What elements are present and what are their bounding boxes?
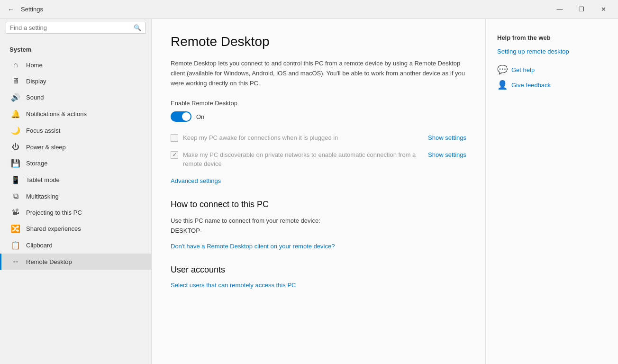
no-client-link[interactable]: Don't have a Remote Desktop client on yo… [171,243,335,250]
toggle-state-text: On [196,113,204,120]
give-feedback-text[interactable]: Give feedback [511,82,551,89]
give-feedback-row[interactable]: 👤 Give feedback [497,80,607,90]
close-button[interactable]: ✕ [592,0,614,19]
back-button[interactable]: ← [4,2,18,17]
sidebar-label-tablet: Tablet mode [26,176,60,183]
sound-icon: 🔊 [11,93,20,102]
show-settings-link-1[interactable]: Show settings [428,133,466,141]
check-mark: ✓ [173,152,177,158]
window-controls: — ❐ ✕ [549,0,614,19]
page-description: Remote Desktop lets you connect to and c… [171,59,466,88]
sidebar-label-display: Display [26,78,46,85]
maximize-button[interactable]: ❐ [571,0,592,19]
app-body: 🔍 System ⌂ Home 🖥 Display 🔊 Sound 🔔 Noti… [0,19,618,364]
pc-name: DESKTOP- [171,227,466,234]
sidebar-item-clipboard[interactable]: 📋 Clipboard [0,237,151,254]
focus-icon: 🌙 [11,126,20,135]
sidebar-label-shared: Shared experiences [26,225,81,232]
sidebar-label-home: Home [26,62,43,69]
sidebar-item-shared[interactable]: 🔀 Shared experiences [0,220,151,237]
checkbox-row-2: ✓ Make my PC discoverable on private net… [171,150,466,169]
search-box[interactable]: 🔍 [6,22,145,34]
sidebar: 🔍 System ⌂ Home 🖥 Display 🔊 Sound 🔔 Noti… [0,19,152,364]
power-icon: ⏻ [11,143,20,151]
sidebar-item-display[interactable]: 🖥 Display [0,73,151,89]
sidebar-label-focus: Focus assist [26,127,60,134]
main-content: Remote Desktop Remote Desktop lets you c… [152,19,485,364]
sidebar-label-storage: Storage [26,160,48,167]
nav-list: ⌂ Home 🖥 Display 🔊 Sound 🔔 Notifications… [0,57,151,270]
help-link-remote[interactable]: Setting up remote desktop [497,48,607,55]
sidebar-item-remote[interactable]: ↔ Remote Desktop [0,254,151,270]
sidebar-label-clipboard: Clipboard [26,242,53,249]
get-help-icon: 💬 [497,64,508,75]
sidebar-item-tablet[interactable]: 📱 Tablet mode [0,172,151,188]
sidebar-item-sound[interactable]: 🔊 Sound [0,89,151,106]
remote-desktop-toggle[interactable] [171,111,191,122]
sidebar-label-projecting: Projecting to this PC [26,209,82,216]
enable-label: Enable Remote Desktop [171,100,466,107]
checkbox-discoverable[interactable]: ✓ [171,151,178,159]
page-title: Remote Desktop [171,34,466,49]
notifications-icon: 🔔 [11,109,20,118]
checkbox-awake[interactable] [171,134,178,142]
checkbox-row-1: Keep my PC awake for connections when it… [171,133,466,143]
show-settings-link-2[interactable]: Show settings [428,150,466,158]
toggle-row: On [171,111,466,122]
tablet-icon: 📱 [11,175,20,184]
multitasking-icon: ⧉ [11,192,20,200]
advanced-settings-link[interactable]: Advanced settings [171,177,221,184]
sidebar-item-storage[interactable]: 💾 Storage [0,155,151,172]
sidebar-item-focus[interactable]: 🌙 Focus assist [0,122,151,139]
sidebar-item-home[interactable]: ⌂ Home [0,57,151,73]
title-bar: ← Settings — ❐ ✕ [0,0,618,19]
connect-description: Use this PC name to connect from your re… [171,217,466,224]
sidebar-label-power: Power & sleep [26,144,66,151]
sidebar-item-multitasking[interactable]: ⧉ Multitasking [0,188,151,204]
sidebar-label-remote: Remote Desktop [26,258,72,265]
shared-icon: 🔀 [11,224,20,233]
checkbox-awake-label: Keep my PC awake for connections when it… [183,133,338,143]
sidebar-item-projecting[interactable]: 📽 Projecting to this PC [0,204,151,220]
storage-icon: 💾 [11,159,20,168]
select-users-link[interactable]: Select users that can remotely access th… [171,282,296,289]
give-feedback-icon: 👤 [497,80,508,90]
how-to-connect-title: How to connect to this PC [171,200,466,209]
clipboard-icon: 📋 [11,241,20,250]
get-help-row[interactable]: 💬 Get help [497,64,607,75]
display-icon: 🖥 [11,77,20,85]
get-help-text[interactable]: Get help [511,66,535,73]
checkbox-discoverable-label: Make my PC discoverable on private netwo… [183,150,423,169]
sidebar-label-multitasking: Multitasking [26,193,59,200]
sidebar-item-power[interactable]: ⏻ Power & sleep [0,139,151,155]
checkbox-wrap-1: Keep my PC awake for connections when it… [171,133,423,143]
app-title: Settings [21,6,43,13]
toggle-knob [182,112,191,121]
help-title: Help from the web [497,34,607,41]
minimize-button[interactable]: — [549,0,571,19]
system-label: System [0,38,151,57]
search-input[interactable] [10,24,132,31]
sidebar-label-notifications: Notifications & actions [26,110,87,118]
right-panel: Help from the web Setting up remote desk… [485,19,618,364]
sidebar-item-notifications[interactable]: 🔔 Notifications & actions [0,106,151,122]
projecting-icon: 📽 [11,208,20,217]
user-accounts-title: User accounts [171,265,466,275]
checkbox-wrap-2: ✓ Make my PC discoverable on private net… [171,150,423,169]
sidebar-label-sound: Sound [26,94,44,101]
home-icon: ⌂ [11,61,20,69]
remote-icon: ↔ [11,257,20,266]
search-icon: 🔍 [134,24,141,31]
